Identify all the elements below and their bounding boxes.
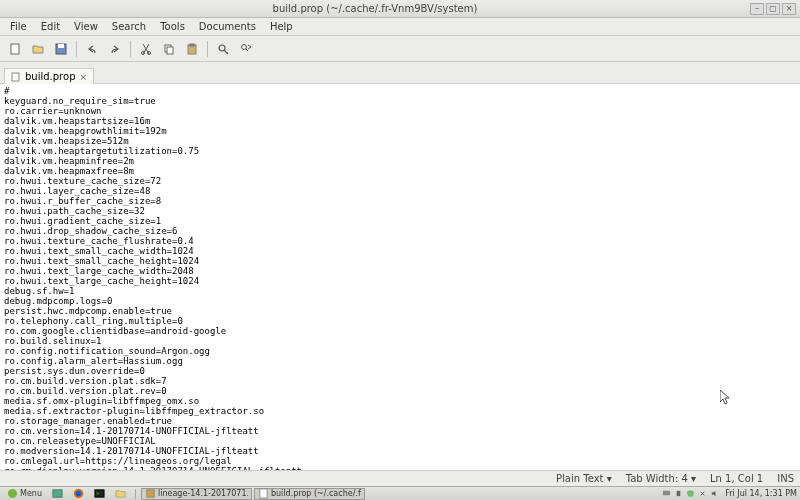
- open-file-button[interactable]: [27, 39, 49, 59]
- insert-mode[interactable]: INS: [777, 473, 794, 484]
- show-desktop-button[interactable]: [48, 488, 67, 500]
- firefox-launcher[interactable]: [69, 488, 88, 500]
- toolbar: [0, 36, 800, 62]
- statusbar: Plain Text ▾ Tab Width: 4 ▾ Ln 1, Col 1 …: [0, 470, 800, 486]
- save-button[interactable]: [50, 39, 72, 59]
- separator-icon: [130, 41, 131, 57]
- redo-button[interactable]: [104, 39, 126, 59]
- svg-rect-2: [58, 44, 64, 48]
- separator-icon: [207, 41, 208, 57]
- search-replace-button[interactable]: [235, 39, 257, 59]
- menu-file[interactable]: File: [4, 20, 33, 33]
- tab-label: build.prop: [25, 71, 75, 82]
- chat-icon[interactable]: [662, 489, 671, 498]
- close-button[interactable]: ×: [782, 3, 796, 15]
- text-editor[interactable]: # keyguard.no_require_sim=true ro.carrie…: [0, 84, 800, 470]
- svg-rect-21: [260, 489, 267, 498]
- menu-tools[interactable]: Tools: [154, 20, 191, 33]
- mint-logo-icon: [7, 488, 18, 499]
- start-menu-button[interactable]: Menu: [3, 488, 46, 500]
- paste-button[interactable]: [181, 39, 203, 59]
- menu-view[interactable]: View: [68, 20, 104, 33]
- start-menu-label: Menu: [20, 489, 42, 498]
- svg-rect-13: [12, 73, 19, 81]
- svg-rect-6: [167, 47, 173, 54]
- plug-icon[interactable]: [674, 489, 683, 498]
- task-label: build.prop (~/.cache/.f…: [271, 489, 361, 498]
- svg-line-10: [225, 50, 229, 54]
- menu-search[interactable]: Search: [106, 20, 152, 33]
- editor-icon: [258, 488, 269, 499]
- taskbar-task[interactable]: lineage-14.1-2017071…: [141, 488, 252, 500]
- svg-point-4: [148, 51, 151, 54]
- clock[interactable]: Fri Jul 14, 1:31 PM: [725, 489, 797, 498]
- network-icon[interactable]: [698, 489, 707, 498]
- cut-button[interactable]: [135, 39, 157, 59]
- taskbar-task[interactable]: build.prop (~/.cache/.f…: [254, 488, 365, 500]
- svg-text:>: >: [96, 491, 100, 496]
- svg-point-14: [8, 489, 17, 498]
- svg-rect-22: [663, 491, 670, 496]
- window-titlebar: build.prop (~/.cache/.fr-Vnm9BV/system) …: [0, 0, 800, 18]
- svg-line-12: [246, 49, 248, 51]
- svg-point-11: [242, 44, 247, 49]
- syntax-selector[interactable]: Plain Text ▾: [556, 473, 612, 484]
- menu-documents[interactable]: Documents: [193, 20, 262, 33]
- undo-button[interactable]: [81, 39, 103, 59]
- shield-icon[interactable]: [686, 489, 695, 498]
- svg-point-9: [219, 45, 225, 51]
- taskbar: Menu > lineage-14.1-2017071… build.prop …: [0, 486, 800, 500]
- tab-build-prop[interactable]: build.prop ×: [4, 68, 94, 84]
- volume-icon[interactable]: [710, 489, 719, 498]
- tabbar: build.prop ×: [0, 62, 800, 84]
- terminal-launcher[interactable]: >: [90, 488, 109, 500]
- minimize-button[interactable]: –: [750, 3, 764, 15]
- maximize-button[interactable]: ▢: [766, 3, 780, 15]
- menubar: File Edit View Search Tools Documents He…: [0, 18, 800, 36]
- window-title: build.prop (~/.cache/.fr-Vnm9BV/system): [0, 3, 750, 14]
- svg-rect-15: [53, 490, 62, 497]
- svg-point-17: [76, 491, 82, 497]
- separator-icon: [76, 41, 77, 57]
- archive-icon: [145, 488, 156, 499]
- tab-close-icon[interactable]: ×: [79, 72, 87, 82]
- svg-rect-8: [190, 44, 194, 46]
- cursor-position: Ln 1, Col 1: [710, 473, 763, 484]
- svg-rect-23: [677, 491, 681, 496]
- svg-rect-0: [11, 44, 19, 54]
- separator-icon: [135, 489, 136, 499]
- file-icon: [11, 72, 21, 82]
- menu-edit[interactable]: Edit: [35, 20, 66, 33]
- svg-rect-20: [147, 490, 154, 497]
- copy-button[interactable]: [158, 39, 180, 59]
- tabwidth-selector[interactable]: Tab Width: 4 ▾: [626, 473, 696, 484]
- svg-point-3: [142, 51, 145, 54]
- menu-help[interactable]: Help: [264, 20, 299, 33]
- files-launcher[interactable]: [111, 488, 130, 500]
- new-file-button[interactable]: [4, 39, 26, 59]
- search-button[interactable]: [212, 39, 234, 59]
- task-label: lineage-14.1-2017071…: [158, 489, 248, 498]
